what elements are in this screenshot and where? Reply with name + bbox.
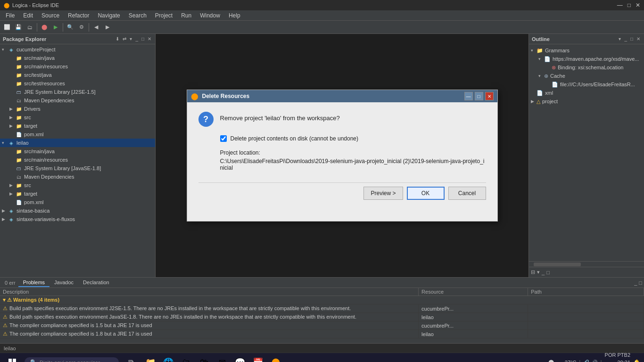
- taskbar-app-calendar[interactable]: 📅: [250, 354, 266, 362]
- taskbar-app-mail[interactable]: ✉: [214, 354, 230, 362]
- menu-file[interactable]: File: [2, 11, 18, 20]
- panel-minimize-icon[interactable]: _: [134, 36, 139, 42]
- link-editor-icon[interactable]: ⇄: [122, 36, 127, 42]
- tree-item-src-main-res[interactable]: 📁 src/main/resources: [0, 62, 155, 71]
- outline-minimize-icon[interactable]: _: [623, 36, 628, 42]
- outline-item-cache[interactable]: ▾ ⊕ Cache: [529, 72, 644, 80]
- warning-row-2[interactable]: ⚠Build path specifies execution environm…: [0, 313, 644, 321]
- app-icon: ⬤: [4, 2, 9, 8]
- menu-source[interactable]: Source: [38, 11, 63, 20]
- outline-item-maven-url[interactable]: ▾ 📄 https://maven.apache.org/xsd/mave...: [529, 55, 644, 63]
- tree-item-src-test-res[interactable]: 📁 src/test/resources: [0, 79, 155, 88]
- warning-resource-1: cucumbrePr...: [419, 304, 528, 313]
- modal-close-button[interactable]: ✕: [485, 92, 494, 100]
- tree-item-drivers[interactable]: ▶ 📁 Drivers: [0, 105, 155, 113]
- tree-item-leilao-jre[interactable]: 🗃 JRE System Library [JavaSE-1.8]: [0, 164, 155, 173]
- taskbar-eclipse[interactable]: ⬤: [268, 354, 284, 362]
- folder-icon: 📁: [15, 63, 23, 70]
- panel-maximize-icon[interactable]: □: [140, 36, 145, 42]
- tree-item-sintaxe-variaveis[interactable]: ▶ ◈ sintaxe-variaveis-e-fluxos: [0, 215, 155, 223]
- menu-search[interactable]: Search: [125, 11, 150, 20]
- menu-run[interactable]: Run: [177, 11, 195, 20]
- tree-item-leilao-src-main-java[interactable]: 📁 src/main/java: [0, 147, 155, 156]
- forward-button[interactable]: ▶: [102, 22, 113, 33]
- warning-row-3[interactable]: ⚠The compiler compliance specified is 1.…: [0, 321, 644, 330]
- taskbar-app-teams[interactable]: 💬: [232, 354, 248, 362]
- package-explorer-tree[interactable]: ▾ ◈ cucumbreProject 📁 src/main/java 📁 sr…: [0, 44, 155, 277]
- folder-icon: 📁: [15, 148, 23, 155]
- outline-item-grammars[interactable]: ▾ 📁 Grammars: [529, 46, 644, 55]
- taskbar-app-edge[interactable]: 🌐: [160, 354, 176, 362]
- outline-item-binding[interactable]: ⊗ Binding: xsi:schemaLocation: [529, 63, 644, 72]
- maximize-button[interactable]: □: [627, 2, 631, 8]
- run-button[interactable]: ▶: [50, 22, 61, 33]
- tree-item-leilao-target[interactable]: ▶ 📁 target: [0, 189, 155, 198]
- collapse-all-icon[interactable]: ⬇: [115, 36, 120, 42]
- taskbar-app-files[interactable]: 📁: [142, 354, 158, 362]
- outline-item-file-cache[interactable]: 📄 file:///C:/Users/ElisadeFreitasR...: [529, 80, 644, 89]
- taskbar-app-explorer[interactable]: 🗂: [178, 354, 194, 362]
- tree-item-cucumbre[interactable]: ▾ ◈ cucumbreProject: [0, 45, 155, 54]
- search-button[interactable]: 🔍: [65, 22, 75, 33]
- warning-desc-3: ⚠The compiler compliance specified is 1.…: [0, 321, 419, 330]
- tree-item-pom1[interactable]: 📄 pom.xml: [0, 130, 155, 139]
- panel-menu-icon[interactable]: ▾: [129, 36, 133, 42]
- outline-hscrollbar[interactable]: [529, 261, 644, 267]
- start-button[interactable]: [4, 354, 21, 362]
- modal-maximize-button[interactable]: □: [475, 92, 483, 100]
- menu-window[interactable]: Window: [196, 11, 224, 20]
- menu-project[interactable]: Project: [151, 11, 176, 20]
- menu-navigate[interactable]: Navigate: [94, 11, 124, 20]
- warning-row-4[interactable]: ⚠The compiler compliance specified is 1.…: [0, 330, 644, 338]
- cancel-button[interactable]: Cancel: [448, 187, 486, 200]
- back-button[interactable]: ◀: [91, 22, 101, 33]
- problems-maximize-icon[interactable]: □: [639, 280, 642, 286]
- taskbar-search[interactable]: 🔍 Digite aqui para pesquisar: [25, 357, 119, 362]
- minimize-button[interactable]: —: [617, 2, 623, 8]
- warning-row-1[interactable]: ⚠Build path specifies execution environm…: [0, 304, 644, 313]
- outline-close-icon[interactable]: ✕: [636, 36, 641, 42]
- tree-item-maven-deps1[interactable]: 🗂 Maven Dependencies: [0, 96, 155, 105]
- save-all-button[interactable]: 🗂: [25, 22, 35, 33]
- tab-javadoc[interactable]: Javadoc: [50, 279, 78, 287]
- debug-button[interactable]: ⬤: [39, 22, 50, 33]
- warnings-expand-icon[interactable]: ▾: [3, 297, 6, 303]
- tree-item-leilao-src[interactable]: ▶ 📁 src: [0, 181, 155, 189]
- tree-item-leilao[interactable]: ▾ ◈ leilao: [0, 139, 155, 147]
- outline-maximize-icon[interactable]: □: [629, 36, 634, 42]
- tree-item-sintase-basica[interactable]: ▶ ◈ sintase-basica: [0, 206, 155, 215]
- tree-item-leilao-maven[interactable]: 🗂 Maven Dependencies: [0, 173, 155, 181]
- tab-declaration[interactable]: Declaration: [78, 279, 114, 287]
- outline-hscrollbar-thumb[interactable]: [534, 263, 581, 266]
- tree-item-leilao-pom[interactable]: 📄 pom.xml: [0, 198, 155, 206]
- preview-button[interactable]: Preview >: [363, 187, 403, 200]
- outline-item-xml[interactable]: 📄 xml: [529, 89, 644, 97]
- outline-item-label: file:///C:/Users/ElisadeFreitasR...: [560, 82, 635, 87]
- panel-close-icon[interactable]: ✕: [147, 36, 152, 42]
- deps-icon: 🗂: [15, 97, 23, 104]
- tree-item-src-test-java[interactable]: 📁 src/test/java: [0, 71, 155, 79]
- deps-icon: 🗂: [15, 173, 23, 181]
- taskbar-app-store[interactable]: 🛍: [196, 354, 212, 362]
- modal-minimize-button[interactable]: —: [464, 92, 473, 100]
- new-button[interactable]: ⬜: [2, 22, 12, 33]
- delete-contents-checkbox[interactable]: [220, 135, 227, 142]
- tree-item-src-main-java[interactable]: 📁 src/main/java: [0, 54, 155, 62]
- tab-problems[interactable]: Problems: [18, 279, 50, 287]
- menu-refactor[interactable]: Refactor: [64, 11, 93, 20]
- notification-icon[interactable]: 🔔: [633, 359, 640, 362]
- task-view-button[interactable]: ⧉: [123, 354, 139, 362]
- ok-button[interactable]: OK: [407, 187, 445, 200]
- menu-edit[interactable]: Edit: [19, 11, 37, 20]
- problems-minimize-icon[interactable]: _: [634, 280, 637, 286]
- tree-item-leilao-src-main-res[interactable]: 📁 src/main/resources: [0, 156, 155, 164]
- outline-menu-icon[interactable]: ▾: [618, 36, 622, 42]
- settings-button[interactable]: ⚙: [76, 22, 87, 33]
- tree-item-jre-j2se[interactable]: 🗃 JRE System Library [J2SE-1.5]: [0, 88, 155, 96]
- menu-help[interactable]: Help: [225, 11, 244, 20]
- close-button[interactable]: ✕: [636, 2, 640, 8]
- save-button[interactable]: 💾: [13, 22, 24, 33]
- tree-item-src1[interactable]: ▶ 📁 src: [0, 113, 155, 122]
- outline-item-project[interactable]: ▶ △ project: [529, 97, 644, 106]
- tree-item-target1[interactable]: ▶ 📁 target: [0, 122, 155, 130]
